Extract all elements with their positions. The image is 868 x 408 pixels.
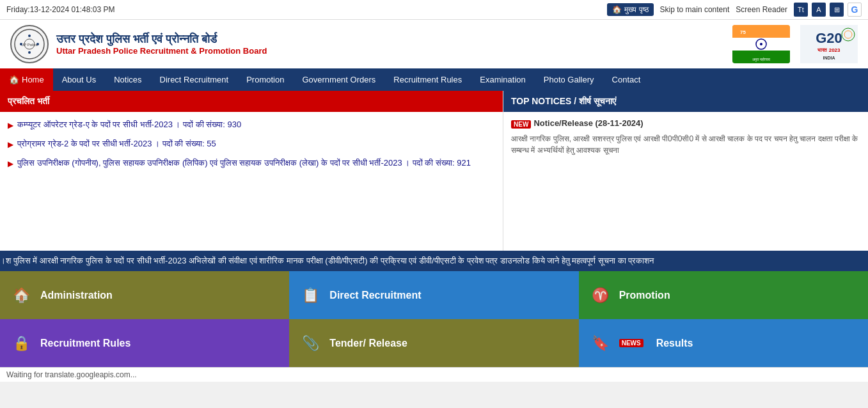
nav-direct-recruitment[interactable]: Direct Recruitment	[151, 68, 238, 91]
header-logos: अमृत महोत्सव 75 G20 भारत 2023 INDIA	[732, 25, 858, 63]
skip-link[interactable]: Skip to main content	[660, 5, 730, 14]
status-text: Waiting for translate.googleapis.com...	[6, 370, 137, 379]
tile-label-promotion: Promotion	[619, 290, 670, 301]
tiles-container: 🏠 Administration 📋 Direct Recruitment ♈ …	[0, 271, 868, 367]
svg-point-6	[36, 43, 39, 45]
sitemap-icon[interactable]: ⊞	[830, 3, 844, 17]
header: UP Police उत्तर प्रदेश पुलिस भर्ती एवं प…	[0, 20, 868, 68]
notices-header: TOP NOTICES / शीर्ष सूचनाएं	[503, 91, 868, 112]
recruitment-header: प्रचलित भर्ती	[0, 91, 503, 112]
tile-tender-release[interactable]: 📎 Tender/ Release	[289, 319, 578, 367]
tile-label-recruitment-rules: Recruitment Rules	[40, 338, 130, 349]
tile-direct-recruitment[interactable]: 📋 Direct Recruitment	[289, 271, 578, 319]
tile-promotion[interactable]: ♈ Promotion	[579, 271, 868, 319]
svg-text:75: 75	[740, 29, 746, 35]
google-translate-icon[interactable]: G	[848, 3, 862, 17]
header-title: उत्तर प्रदेश पुलिस भर्ती एवं प्रोन्नति ब…	[56, 33, 267, 56]
recruitment-list: ▶ कम्प्यूटर ऑपरेटर ग्रेड-ए के पदों पर सी…	[0, 112, 503, 182]
tile-icon-promotion: ♈	[592, 287, 609, 304]
tile-icon-recruitment-rules: 🔒	[13, 335, 30, 352]
nav-promotion[interactable]: Promotion	[237, 68, 293, 91]
svg-text:भारत 2023: भारत 2023	[817, 47, 840, 53]
svg-point-5	[20, 43, 22, 45]
nav-recruitment-rules[interactable]: Recruitment Rules	[384, 68, 471, 91]
recruitment-item-2[interactable]: ▶ प्रोग्रामर ग्रेड-2 के पदों पर सीधी भर्…	[8, 137, 495, 150]
svg-point-4	[28, 51, 31, 54]
status-bar: Waiting for translate.googleapis.com...	[0, 367, 868, 382]
new-badge: NEW	[511, 120, 531, 129]
arrow-icon-2: ▶	[8, 139, 13, 150]
recruitment-item-1[interactable]: ▶ कम्प्यूटर ऑपरेटर ग्रेड-ए के पदों पर सी…	[8, 118, 495, 131]
right-panel: TOP NOTICES / शीर्ष सूचनाएं NEW Notice/R…	[503, 91, 868, 251]
home-icon: 🏠	[612, 5, 622, 14]
recruitment-item-3[interactable]: ▶ पुलिस उपनिरीक्षक (गोपनीय), पुलिस सहायक…	[8, 157, 495, 169]
tile-label-administration: Administration	[40, 290, 113, 301]
main-content: प्रचलित भर्ती ▶ कम्प्यूटर ऑपरेटर ग्रेड-ए…	[0, 91, 868, 251]
results-new-badge: NEWS	[619, 339, 643, 347]
g20-logo: G20 भारत 2023 INDIA	[800, 25, 858, 63]
arrow-icon-3: ▶	[8, 158, 13, 169]
datetime: Friday:13-12-2024 01:48:03 PM	[6, 5, 114, 14]
nav-about-us[interactable]: About Us	[53, 68, 105, 91]
svg-rect-9	[732, 51, 790, 63]
arrow-icon-1: ▶	[8, 120, 13, 131]
recruitment-text-1: कम्प्यूटर ऑपरेटर ग्रेड-ए के पदों पर सीधी…	[17, 118, 241, 131]
tile-label-tender: Tender/ Release	[329, 338, 407, 349]
svg-point-3	[28, 35, 31, 37]
nav-home[interactable]: 🏠 Home	[0, 68, 53, 91]
screen-reader-link[interactable]: Screen Reader	[736, 5, 787, 14]
nav-photo-gallery[interactable]: Photo Gallery	[535, 68, 603, 91]
tile-icon-results: 🔖	[592, 335, 609, 352]
nav-contact[interactable]: Contact	[603, 68, 650, 91]
svg-text:G20: G20	[816, 30, 842, 46]
tile-icon-tender: 📎	[302, 335, 319, 352]
svg-text:UP Police: UP Police	[21, 43, 38, 47]
tile-results[interactable]: 🔖 NEWS Results	[579, 319, 868, 367]
nav-government-orders[interactable]: Government Orders	[293, 68, 384, 91]
tile-recruitment-rules[interactable]: 🔒 Recruitment Rules	[0, 319, 289, 367]
contrast-icon[interactable]: A	[812, 3, 826, 17]
azadi-logo: अमृत महोत्सव 75	[732, 25, 790, 63]
header-left: UP Police उत्तर प्रदेश पुलिस भर्ती एवं प…	[10, 25, 267, 63]
home-nav-icon: 🏠	[9, 75, 19, 84]
svg-text:INDIA: INDIA	[823, 56, 835, 60]
logo: UP Police	[10, 25, 49, 63]
home-link-btn[interactable]: 🏠 मुख्य पृष्ठ	[607, 3, 653, 16]
recruitment-text-2: प्रोग्रामर ग्रेड-2 के पदों पर सीधी भर्ती…	[17, 137, 216, 150]
tile-administration[interactable]: 🏠 Administration	[0, 271, 289, 319]
tile-icon-administration: 🏠	[13, 287, 30, 304]
tile-icon-direct-recruitment: 📋	[302, 287, 319, 304]
tile-label-results: Results	[656, 338, 693, 349]
notice-description: आरक्षी नागरिक पुलिस, आरक्षी सशस्त्र पुलि…	[511, 133, 860, 156]
svg-text:अमृत महोत्सव: अमृत महोत्सव	[752, 57, 771, 62]
svg-point-11	[760, 43, 762, 45]
ticker-bar: ।श पुलिस में आरक्षी नागरिक पुलिस के पदों…	[0, 251, 868, 271]
top-bar-right: 🏠 मुख्य पृष्ठ Skip to main content Scree…	[607, 3, 862, 17]
accessibility-icons: Tt A ⊞ G	[794, 3, 862, 17]
ticker-text: ।श पुलिस में आरक्षी नागरिक पुलिस के पदों…	[0, 256, 654, 266]
left-panel: प्रचलित भर्ती ▶ कम्प्यूटर ऑपरेटर ग्रेड-ए…	[0, 91, 503, 251]
header-title-hindi: उत्तर प्रदेश पुलिस भर्ती एवं प्रोन्नति ब…	[56, 33, 267, 46]
recruitment-text-3: पुलिस उपनिरीक्षक (गोपनीय), पुलिस सहायक उ…	[17, 157, 471, 169]
notice-item-1[interactable]: NEW Notice/Release (28-11-2024) आरक्षी न…	[511, 118, 860, 156]
home-link-label: मुख्य पृष्ठ	[624, 5, 648, 14]
font-size-icon[interactable]: Tt	[794, 3, 808, 17]
tile-label-direct-recruitment: Direct Recruitment	[329, 290, 421, 301]
header-title-english: Uttar Pradesh Police Recruitment & Promo…	[56, 46, 267, 56]
top-bar: Friday:13-12-2024 01:48:03 PM 🏠 मुख्य पृ…	[0, 0, 868, 20]
nav-examination[interactable]: Examination	[471, 68, 535, 91]
notices-content: NEW Notice/Release (28-11-2024) आरक्षी न…	[503, 112, 868, 162]
notice-title: Notice/Release (28-11-2024)	[533, 118, 643, 128]
nav-notices[interactable]: Notices	[105, 68, 150, 91]
main-nav: 🏠 Home About Us Notices Direct Recruitme…	[0, 68, 868, 91]
